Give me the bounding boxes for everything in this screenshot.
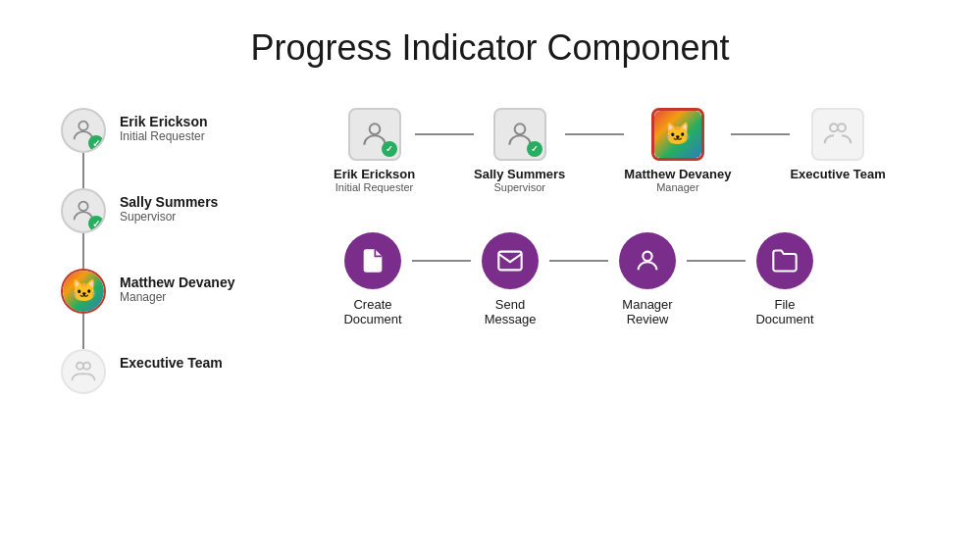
v-circle-1: ✓ [61,108,106,153]
h-role-1: Initial Requester [335,181,414,193]
p-label-2: Send Message [471,297,549,326]
page-title: Progress Indicator Component [0,0,980,88]
p-label-4: File Document [746,297,824,326]
svg-point-4 [369,124,380,134]
h-progress: ✓ Erik Erickson Initial Requester ✓ Sall… [334,108,941,193]
h-role-2: Supervisor [493,181,545,193]
h-check-1: ✓ [382,141,397,157]
h-name-2: Sally Summers [474,167,565,181]
v-role-2: Supervisor [120,210,218,224]
h-step-4: Executive Team [790,108,885,181]
h-circle-2: ✓ [493,108,546,161]
cat-avatar: 🐱 [654,111,701,158]
v-step-3: 🐱 Matthew Devaney Manager [59,269,234,349]
p-connector-2 [549,260,608,262]
p-label-3: Manager Review [608,297,687,326]
v-circle-3: 🐱 [61,269,106,314]
v-name-2: Sally Summers [120,194,218,210]
svg-point-2 [77,363,83,370]
v-role-1: Initial Requester [120,129,208,143]
h-name-3: Matthew Devaney [624,167,731,181]
p-connector-1 [412,260,471,262]
v-check-2: ✓ [88,216,104,231]
p-circle-3 [619,232,676,289]
vertical-progress: ✓ Erik Erickson Initial Requester ✓ [59,98,275,394]
v-circle-2: ✓ [61,188,106,233]
p-step-4: File Document [746,232,824,326]
h-connector-3 [731,133,790,135]
p-circle-4 [756,232,813,289]
v-check-1: ✓ [88,135,104,151]
p-connector-3 [687,260,746,262]
svg-point-6 [830,124,838,131]
p-label-1: Create Document [334,297,412,326]
v-step-2: ✓ Sally Summers Supervisor [59,188,218,269]
h-step-3: 🐱 Matthew Devaney Manager [624,108,731,193]
h-check-2: ✓ [527,141,542,157]
h-circle-4 [811,108,864,161]
v-name-4: Executive Team [120,355,223,371]
right-section: ✓ Erik Erickson Initial Requester ✓ Sall… [334,98,941,394]
p-step-1: Create Document [334,232,412,326]
p-step-3: Manager Review [608,232,687,326]
v-step-4: Executive Team [59,349,223,394]
h-connector-1 [415,133,474,135]
h-role-3: Manager [656,181,698,193]
svg-point-0 [78,122,87,130]
h-step-2: ✓ Sally Summers Supervisor [474,108,565,193]
v-name-3: Matthew Devaney [120,275,234,290]
svg-point-8 [643,252,651,261]
v-name-1: Erik Erickson [120,114,208,129]
svg-point-5 [514,124,525,134]
h-connector-2 [565,133,624,135]
v-role-3: Manager [120,290,234,304]
p-step-2: Send Message [471,232,549,326]
h-circle-1: ✓ [348,108,401,161]
cat-avatar-circle: 🐱 [63,271,104,312]
process-steps: Create Document Send Message [334,232,941,326]
svg-point-3 [83,363,90,370]
svg-point-7 [838,124,846,131]
p-circle-1 [344,232,401,289]
h-circle-3: 🐱 [651,108,704,161]
h-name-4: Executive Team [790,167,885,181]
v-circle-4 [61,349,106,394]
content-area: ✓ Erik Erickson Initial Requester ✓ [0,88,980,394]
h-step-1: ✓ Erik Erickson Initial Requester [334,108,415,193]
h-name-1: Erik Erickson [334,167,415,181]
svg-point-1 [78,202,87,211]
p-circle-2 [482,232,539,289]
v-step-1: ✓ Erik Erickson Initial Requester [59,108,208,188]
